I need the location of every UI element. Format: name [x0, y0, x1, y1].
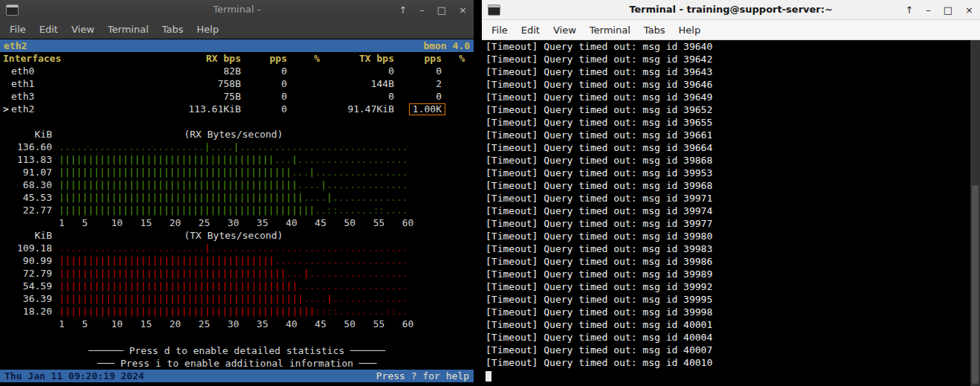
menu-item-edit[interactable]: Edit — [515, 22, 547, 39]
x-axis-pad — [0, 318, 59, 330]
cell-tx: 0 — [320, 90, 394, 103]
rx-graph: KiB(RX Bytes/second)136.60..............… — [0, 128, 474, 229]
cell-rx: 82B — [170, 65, 241, 77]
terminal-line: [Timeout] Query timed out: msg id 39652 — [482, 103, 980, 116]
terminal-line: [Timeout] Query timed out: msg id 39968 — [482, 179, 980, 192]
blank-line — [0, 115, 474, 128]
terminal-line: [Timeout] Query timed out: msg id 39640 — [482, 40, 980, 53]
graph-unit-label: KiB — [0, 229, 59, 242]
terminal-line: [Timeout] Query timed out: msg id 39642 — [482, 53, 980, 65]
terminal-line: [Timeout] Query timed out: msg id 39664 — [482, 141, 980, 154]
graph-bars: ||||||||||||||||||||||||||||||||||||||||… — [59, 280, 408, 292]
graph-unit-label: KiB — [0, 128, 59, 141]
close-button[interactable]: × — [965, 4, 973, 16]
left-menubar: FileEditViewTerminalTabsHelp — [0, 19, 474, 39]
menu-item-terminal[interactable]: Terminal — [101, 21, 155, 38]
terminal-log: [Timeout] Query timed out: msg id 39640[… — [482, 40, 980, 369]
menu-item-file[interactable]: File — [485, 22, 515, 39]
cell-rx_pps: 0 — [241, 77, 287, 90]
menu-item-file[interactable]: File — [3, 21, 33, 38]
cell-rx_pct — [287, 103, 320, 115]
selection-marker — [3, 77, 11, 90]
minimize-button[interactable]: – — [419, 4, 425, 16]
interface-name: eth1 — [3, 77, 170, 90]
graph-row: 68.30|||||||||||||||||||||||||||||||||||… — [0, 178, 474, 191]
interface-name: >eth2 — [3, 103, 170, 115]
cell-rx: 75B — [170, 90, 241, 103]
terminal-line: [Timeout] Query timed out: msg id 39971 — [482, 192, 980, 205]
bmon-screen[interactable]: eth2 bmon 4.0 Interfaces RX bps pps % TX… — [0, 39, 474, 386]
window-buttons: ↑–□× — [399, 0, 467, 19]
bmon-topbar: eth2 bmon 4.0 — [0, 39, 474, 52]
graph-bars: |||||||||||||||||||||||||||||||||||||...… — [59, 254, 408, 267]
terminal-line: [Timeout] Query timed out: msg id 40010 — [482, 356, 980, 369]
menu-item-terminal[interactable]: Terminal — [583, 22, 637, 39]
graph-bars: ||||||||||||||||||||||||||||||||||||||||… — [59, 204, 408, 216]
left-terminal-window: Terminal - ↑–□× FileEditViewTerminalTabs… — [0, 0, 474, 386]
cell-tx_pct — [442, 65, 465, 77]
graph-y-label: 90.99 — [0, 254, 59, 267]
cell-rx: 113.61KiB — [170, 103, 241, 115]
cell-rx_pps: 0 — [241, 103, 287, 115]
status-date: Thu Jan 11 09:20:19 2024 — [4, 370, 144, 382]
terminal-line: [Timeout] Query timed out: msg id 39868 — [482, 154, 980, 167]
menu-item-help[interactable]: Help — [190, 21, 226, 38]
graph-x-axis: 1 5 10 15 20 25 30 35 40 45 50 55 60 — [0, 216, 474, 229]
cell-tx_pct — [442, 90, 465, 103]
cell-tx: 144B — [320, 77, 394, 90]
terminal-output[interactable]: [Timeout] Query timed out: msg id 39640[… — [482, 40, 980, 386]
menu-item-tabs[interactable]: Tabs — [637, 22, 672, 39]
graph-row: 91.07|||||||||||||||||||||||||||||||||||… — [0, 166, 474, 178]
status-bar: Thu Jan 11 09:20:19 2024 Press ? for hel… — [0, 370, 474, 382]
graph-y-label: 113.83 — [0, 153, 59, 166]
cursor-line — [482, 369, 980, 382]
cell-tx: 91.47KiB — [320, 103, 394, 115]
terminal-line: [Timeout] Query timed out: msg id 39986 — [482, 255, 980, 268]
graph-y-label: 68.30 — [0, 178, 59, 191]
graph-y-label: 45.53 — [0, 191, 59, 204]
scrollbar[interactable] — [970, 40, 980, 386]
terminal-line: [Timeout] Query timed out: msg id 39980 — [482, 230, 980, 242]
selection-marker — [3, 90, 11, 103]
shade-button[interactable]: ↑ — [399, 4, 407, 16]
terminal-cursor — [486, 371, 491, 382]
menu-item-view[interactable]: View — [547, 22, 583, 39]
cell-tx_pct — [442, 103, 465, 115]
close-button[interactable]: × — [459, 4, 467, 16]
header-tx-pct: % — [442, 52, 465, 65]
graph-row: 109.18.........................|........… — [0, 242, 474, 254]
graph-row: 72.79|||||||||||||||||||||||||||||||||||… — [0, 267, 474, 280]
terminal-line: [Timeout] Query timed out: msg id 39655 — [482, 116, 980, 129]
terminal-line: [Timeout] Query timed out: msg id 40004 — [482, 331, 980, 344]
terminal-line: [Timeout] Query timed out: msg id 39977 — [482, 217, 980, 230]
graph-y-label: 18.20 — [0, 305, 59, 318]
menu-item-edit[interactable]: Edit — [33, 21, 65, 38]
menu-item-view[interactable]: View — [65, 21, 101, 38]
graph-header: KiB(TX Bytes/second) — [0, 229, 474, 242]
terminal-line: [Timeout] Query timed out: msg id 39953 — [482, 167, 980, 179]
interface-name: eth3 — [3, 90, 170, 103]
graph-y-label: 72.79 — [0, 267, 59, 280]
maximize-button[interactable]: □ — [944, 4, 952, 16]
graph-bars: ||||||||||||||||||||||||||||||||||||||||… — [59, 305, 408, 318]
shade-button[interactable]: ↑ — [905, 4, 913, 16]
menu-item-help[interactable]: Help — [672, 22, 708, 39]
maximize-button[interactable]: □ — [437, 4, 446, 16]
graph-row: 36.39|||||||||||||||||||||||||||||||||||… — [0, 292, 474, 305]
terminal-line: [Timeout] Query timed out: msg id 39974 — [482, 205, 980, 217]
graph-bars: |||||||||||||||||||||||||||||||||||||...… — [59, 153, 408, 166]
menu-item-tabs[interactable]: Tabs — [155, 21, 190, 38]
interface-row-eth1: eth1758B0144B2 — [0, 77, 474, 90]
graph-title: (RX Bytes/second) — [59, 128, 408, 141]
graph-row: 54.59|||||||||||||||||||||||||||||||||||… — [0, 280, 474, 292]
header-interfaces: Interfaces — [3, 52, 170, 65]
cell-rx_pct — [287, 77, 320, 90]
scrollbar-thumb[interactable] — [972, 185, 979, 384]
terminal-line: [Timeout] Query timed out: msg id 39995 — [482, 293, 980, 306]
terminal-line: [Timeout] Query timed out: msg id 39992 — [482, 280, 980, 293]
graph-row: 136.60.........................|....|...… — [0, 141, 474, 153]
minimize-button[interactable]: – — [926, 4, 931, 16]
terminal-line: [Timeout] Query timed out: msg id 40001 — [482, 318, 980, 331]
header-tx-bps: TX bps — [320, 52, 394, 65]
graph-bars: ||||||||||||||||||||||||||||||||||||||||… — [59, 178, 408, 191]
